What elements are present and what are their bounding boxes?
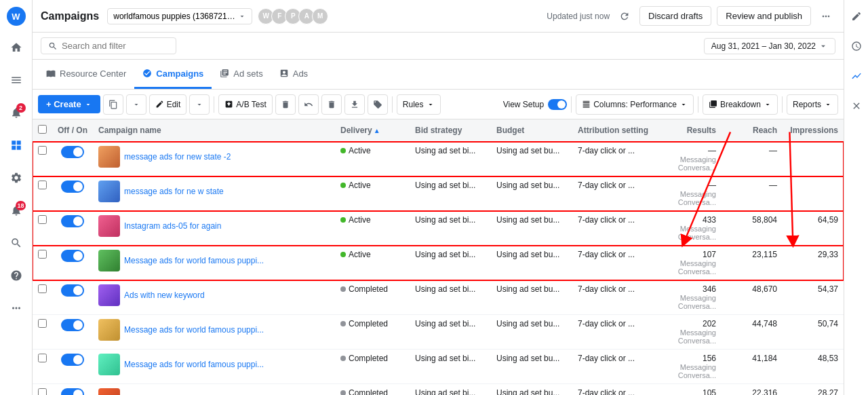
reach-text-7: 41,184	[752, 354, 777, 363]
date-range-picker[interactable]: Aug 31, 2021 – Jan 30, 2022	[704, 38, 835, 54]
tab-ads[interactable]: Ads	[271, 60, 316, 89]
campaign-toggle-7[interactable]	[61, 354, 84, 366]
chevron-down-icon	[238, 12, 246, 20]
campaign-name-wrap: message ads for new state -2	[98, 146, 330, 168]
right-panel-pencil[interactable]	[847, 7, 866, 26]
campaign-toggle-8[interactable]	[61, 388, 84, 395]
tab-resource-center[interactable]: Resource Center	[38, 60, 134, 89]
columns-icon	[582, 100, 591, 109]
campaign-toggle-4[interactable]	[61, 250, 84, 262]
delete2-button[interactable]	[321, 94, 342, 115]
row-checkbox-1[interactable]	[38, 146, 47, 155]
campaign-toggle-6[interactable]	[61, 319, 84, 331]
th-delivery[interactable]: Delivery ▲	[335, 119, 410, 142]
sidebar-item-dashboard[interactable]	[5, 134, 27, 156]
right-panel-close[interactable]	[847, 96, 866, 115]
row-bid-cell: Using ad set bi...	[410, 384, 491, 396]
campaign-toggle-3[interactable]	[61, 215, 84, 227]
view-setup-label: View Setup	[503, 100, 545, 109]
select-all-checkbox[interactable]	[38, 125, 47, 134]
row-toggle-cell	[52, 142, 93, 176]
account-selector[interactable]: worldfamous puppies (136872115016...	[107, 8, 252, 24]
row-attribution-cell: 7-day click or ...	[572, 211, 654, 246]
delivery-text-6: Completed	[349, 319, 388, 328]
nav-tabs: Resource Center Campaigns Ad sets Ads	[33, 60, 844, 90]
row-name-cell: Message ads for world famous puppi...	[93, 350, 335, 384]
th-reach-label: Reach	[753, 126, 777, 135]
campaign-toggle-5[interactable]	[61, 284, 84, 297]
sidebar-item-notifications[interactable]: 2	[5, 102, 27, 124]
sidebar-item-home[interactable]	[5, 37, 27, 58]
sidebar-item-help[interactable]	[5, 265, 27, 286]
sidebar-item-menu[interactable]	[5, 69, 27, 91]
tab-adsets[interactable]: Ad sets	[212, 60, 271, 89]
search-input[interactable]	[62, 41, 163, 51]
campaign-name-link-3[interactable]: Instagram ads-05 for again	[124, 221, 221, 231]
sidebar-item-notifications2[interactable]: 18	[5, 200, 27, 221]
row-checkbox-3[interactable]	[38, 215, 47, 224]
discard-drafts-button[interactable]: Discard drafts	[639, 6, 711, 26]
sidebar-item-search[interactable]	[5, 232, 27, 254]
th-delivery-label: Delivery	[340, 126, 372, 135]
row-checkbox-7[interactable]	[38, 354, 47, 362]
sidebar-item-more[interactable]	[5, 297, 27, 319]
results-num-2: —	[659, 181, 716, 190]
row-results-cell: 433 Messaging Conversa...	[654, 211, 722, 246]
delivery-dot-8	[340, 390, 346, 395]
topbar: Campaigns worldfamous puppies (136872115…	[33, 0, 844, 33]
row-impressions-cell: 28,27	[783, 384, 844, 396]
create-button[interactable]: + Create	[38, 95, 100, 113]
reports-button[interactable]: Reports	[787, 94, 838, 115]
search-input-wrap[interactable]	[41, 37, 176, 54]
campaign-name-link-6[interactable]: Message ads for world famous puppi...	[124, 325, 264, 335]
row-checkbox-4[interactable]	[38, 250, 47, 259]
th-budget-label: Budget	[496, 126, 524, 135]
campaign-name-link-1[interactable]: message ads for new state -2	[124, 152, 231, 162]
toolbar-divider-1	[214, 96, 214, 113]
tab-campaigns[interactable]: Campaigns	[134, 60, 212, 89]
campaign-name-link-7[interactable]: Message ads for world famous puppi...	[124, 360, 264, 369]
results-wrap-3: 433 Messaging Conversa...	[659, 215, 716, 241]
columns-button[interactable]: Columns: Performance	[576, 94, 694, 115]
right-panel-clock[interactable]	[847, 37, 866, 56]
edit-button[interactable]: Edit	[149, 94, 187, 115]
right-panel-chart[interactable]	[847, 67, 866, 86]
campaign-name-link-5[interactable]: Ads with new keyword	[124, 290, 205, 300]
results-label-3: Messaging Conversa...	[659, 225, 716, 241]
rules-button[interactable]: Rules	[397, 94, 441, 115]
campaign-toggle-1[interactable]	[61, 146, 84, 158]
sidebar-item-settings[interactable]	[5, 167, 27, 189]
export-button[interactable]	[344, 94, 365, 115]
campaign-name-link-4[interactable]: Message ads for world famous puppi...	[124, 256, 264, 265]
th-delivery-sort[interactable]: Delivery ▲	[340, 126, 404, 135]
row-delivery-cell: Completed	[335, 315, 410, 350]
delivery-text-1: Active	[349, 146, 371, 155]
row-checkbox-6[interactable]	[38, 319, 47, 328]
campaign-name-link-2[interactable]: message ads for ne w state	[124, 187, 224, 196]
user-avatar[interactable]: W	[7, 7, 26, 26]
breakdown-button[interactable]: Breakdown	[703, 94, 778, 115]
campaign-toggle-2[interactable]	[61, 181, 84, 193]
copy-button[interactable]	[103, 94, 123, 115]
edit-dropdown-button[interactable]	[189, 94, 210, 115]
th-bid: Bid strategy	[410, 119, 491, 142]
refresh-button[interactable]	[615, 7, 634, 26]
row-checkbox-2[interactable]	[38, 181, 47, 189]
review-publish-button[interactable]: Review and publish	[717, 6, 811, 26]
topbar-more-button[interactable]	[816, 7, 835, 26]
row-reach-cell: 41,184	[722, 350, 783, 384]
tag-button[interactable]	[368, 94, 388, 115]
campaign-thumbnail-1	[98, 146, 120, 168]
table-row: Message ads for world famous puppi... Co…	[33, 350, 844, 384]
row-checkbox-8[interactable]	[38, 388, 47, 395]
ab-test-button[interactable]: A/B Test	[218, 94, 272, 115]
view-setup-toggle[interactable]	[548, 99, 567, 110]
row-budget-cell: Using ad set bu...	[491, 384, 572, 396]
undo-button[interactable]	[298, 94, 319, 115]
row-checkbox-5[interactable]	[38, 284, 47, 293]
copy-dropdown-button[interactable]	[126, 94, 146, 115]
bid-text-1: Using ad set bi...	[415, 146, 475, 155]
row-reach-cell: —	[722, 176, 783, 211]
row-bid-cell: Using ad set bi...	[410, 315, 491, 350]
delete-button[interactable]	[275, 94, 296, 115]
